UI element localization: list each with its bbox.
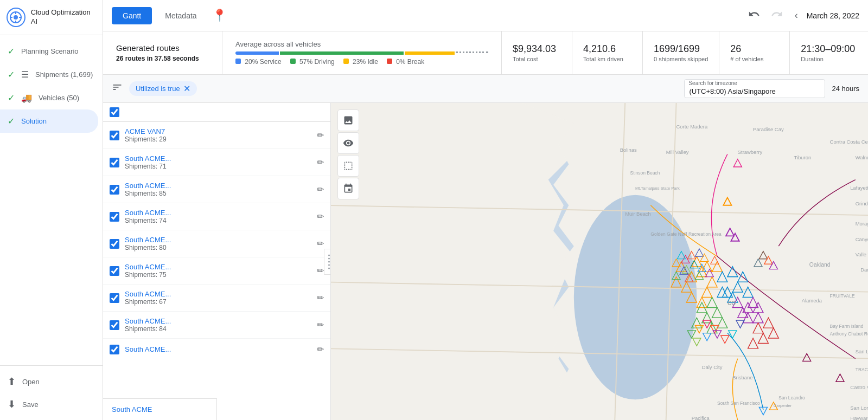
vehicle-name: South ACME... <box>125 317 311 325</box>
vehicle-edit-icon[interactable]: ✏ <box>317 211 324 222</box>
vehicle-list-header <box>103 103 330 122</box>
vehicles-icon: 🚚 <box>21 93 32 103</box>
vehicle-edit-icon[interactable]: ✏ <box>317 320 324 330</box>
vehicle-item[interactable]: South ACME... Shipments: 71 ✏ <box>103 149 330 176</box>
avg-labels: 20% Service 57% Driving 23% Idle 0% Brea… <box>235 58 488 66</box>
routes-time: 37.58 <box>155 55 171 62</box>
vehicle-item[interactable]: South ACME... Shipments: 75 ✏ <box>103 257 330 285</box>
vehicle-item[interactable]: ACME VAN7 Shipments: 29 ✏ <box>103 122 330 149</box>
vehicle-info: South ACME... Shipments: 75 <box>125 263 311 279</box>
vehicle-checkbox[interactable] <box>110 266 119 276</box>
sidebar-item-shipments[interactable]: ✓ ☰ Shipments (1,699) <box>0 63 103 86</box>
vehicle-checkbox[interactable] <box>110 239 119 249</box>
select-all-checkbox[interactable] <box>110 107 119 117</box>
sidebar-item-solution[interactable]: ✓ Solution <box>0 109 98 133</box>
svg-text:Golden Gate Nat'l Recreation A: Golden Gate Nat'l Recreation Area <box>650 231 722 237</box>
vehicle-name: ACME VAN7 <box>125 127 311 135</box>
svg-text:San Lorenzo: San Lorenzo <box>850 405 868 411</box>
sidebar-item-vehicles[interactable]: ✓ 🚚 Vehicles (50) <box>0 86 103 109</box>
date-prev-button[interactable]: ‹ <box>790 8 802 23</box>
filter-sort-icon[interactable] <box>112 82 123 95</box>
gantt-button[interactable]: Gantt <box>112 7 152 24</box>
svg-text:San Leandro: San Leandro <box>778 395 805 400</box>
avg-title: Average across all vehicles <box>235 40 488 48</box>
vehicle-item[interactable]: South ACME... Shipments: 84 ✏ <box>103 312 330 339</box>
vehicle-shipments: Shipments: 75 <box>125 271 311 279</box>
svg-text:Bolinas: Bolinas <box>620 147 637 153</box>
vehicle-edit-icon[interactable]: ✏ <box>317 266 324 276</box>
svg-text:Anthony Chabot Regional Park: Anthony Chabot Regional Park <box>830 331 868 337</box>
svg-text:Alameda: Alameda <box>802 298 822 303</box>
save-icon: ⬇ <box>8 398 16 410</box>
filter-chip-close-icon[interactable]: ✕ <box>183 83 190 94</box>
date-navigation: ‹ March 28, 2022 <box>790 8 859 23</box>
routes-title: Generated routes <box>116 43 209 53</box>
vehicle-item[interactable]: South ACME... ✏ <box>103 339 330 360</box>
routes-subtitle-suffix: seconds <box>173 55 199 62</box>
vehicle-shipments: Shipments: 80 <box>125 244 311 251</box>
duration-stat: 21:30–09:00 Duration <box>790 31 866 74</box>
vehicle-checkbox[interactable] <box>110 320 119 330</box>
break-dot <box>387 59 392 64</box>
svg-text:TRACT: TRACT <box>856 367 868 372</box>
main-content: Gantt Metadata 📍 ‹ March 28, 2022 Genera… <box>103 0 868 420</box>
vehicle-info: South ACME... <box>125 345 311 353</box>
vehicle-edit-icon[interactable]: ✏ <box>317 157 324 167</box>
map-area: Corte Madera Paradise Cay Contra Costa C… <box>331 103 868 420</box>
vehicle-edit-icon[interactable]: ✏ <box>317 184 324 195</box>
open-button[interactable]: ⬆ Open <box>0 370 103 393</box>
svg-text:Danville: Danville <box>860 267 868 273</box>
total-km-label: Total km driven <box>583 56 631 62</box>
panel-collapse-handle[interactable] <box>324 249 331 275</box>
sidebar-item-planning[interactable]: ✓ Planning Scenario <box>0 40 103 63</box>
svg-text:Paradise Cay: Paradise Cay <box>753 126 784 132</box>
map-pin-icon[interactable]: 📍 <box>212 9 227 23</box>
vehicle-shipments: Shipments: 84 <box>125 325 311 333</box>
metadata-button[interactable]: Metadata <box>156 7 205 24</box>
vehicle-checkbox[interactable] <box>110 185 119 195</box>
vehicle-item[interactable]: South ACME... Shipments: 80 ✏ <box>103 230 330 257</box>
svg-text:FRUITVALE: FRUITVALE <box>830 293 855 299</box>
sidebar: Cloud Optimization AI ✓ Planning Scenari… <box>0 0 103 420</box>
vehicle-checkbox[interactable] <box>110 293 119 303</box>
vehicle-edit-icon[interactable]: ✏ <box>317 293 324 303</box>
duration-label: Duration <box>801 56 855 62</box>
svg-text:Oakland: Oakland <box>809 262 831 268</box>
vehicle-checkbox[interactable] <box>110 212 119 222</box>
filter-chip-utilized[interactable]: Utilized is true ✕ <box>129 81 197 96</box>
sidebar-logo: Cloud Optimization AI <box>0 0 103 35</box>
vehicle-edit-icon[interactable]: ✏ <box>317 238 324 249</box>
map-visibility-tool[interactable] <box>337 132 359 154</box>
check-icon: ✓ <box>8 69 15 80</box>
vehicle-checkbox[interactable] <box>110 345 119 354</box>
vehicle-item[interactable]: South ACME... Shipments: 67 ✏ <box>103 285 330 312</box>
sidebar-bottom: ⬆ Open ⬇ Save <box>0 365 103 420</box>
vehicle-item[interactable]: South ACME... Shipments: 85 ✏ <box>103 176 330 203</box>
open-label: Open <box>22 378 40 386</box>
total-km-stat: 4,210.6 Total km driven <box>572 31 643 74</box>
sidebar-item-label: Vehicles (50) <box>39 94 79 102</box>
vehicle-panel: ACME VAN7 Shipments: 29 ✏ South ACME... … <box>103 103 331 420</box>
vehicle-edit-icon[interactable]: ✏ <box>317 130 324 140</box>
timezone-label: Search for timezone <box>688 80 737 86</box>
save-button[interactable]: ⬇ Save <box>0 393 103 416</box>
service-label: 20% Service <box>235 58 282 66</box>
filter-bar: Utilized is true ✕ Search for timezone (… <box>103 75 868 103</box>
check-icon: ✓ <box>8 116 15 126</box>
map-image-tool[interactable] <box>337 109 359 131</box>
vehicle-checkbox[interactable] <box>110 158 119 167</box>
vehicle-shipments: Shipments: 74 <box>125 217 311 224</box>
svg-text:Lafayette: Lafayette <box>850 185 868 191</box>
vehicle-checkbox[interactable] <box>110 131 119 140</box>
map-select-tool[interactable] <box>337 155 359 177</box>
map-svg: Corte Madera Paradise Cay Contra Costa C… <box>331 103 868 420</box>
svg-text:Mill Valley: Mill Valley <box>666 149 689 155</box>
vehicle-item[interactable]: South ACME... Shipments: 74 ✏ <box>103 203 330 230</box>
vehicle-edit-icon[interactable]: ✏ <box>317 344 324 354</box>
svg-text:Pacifica: Pacifica <box>692 415 710 420</box>
map-lasso-tool[interactable] <box>337 178 359 199</box>
redo-button[interactable] <box>768 5 786 26</box>
timezone-section: Search for timezone (UTC+8:00) Asia/Sing… <box>684 79 859 98</box>
undo-button[interactable] <box>745 5 763 26</box>
duration-value: 21:30–09:00 <box>801 43 855 55</box>
